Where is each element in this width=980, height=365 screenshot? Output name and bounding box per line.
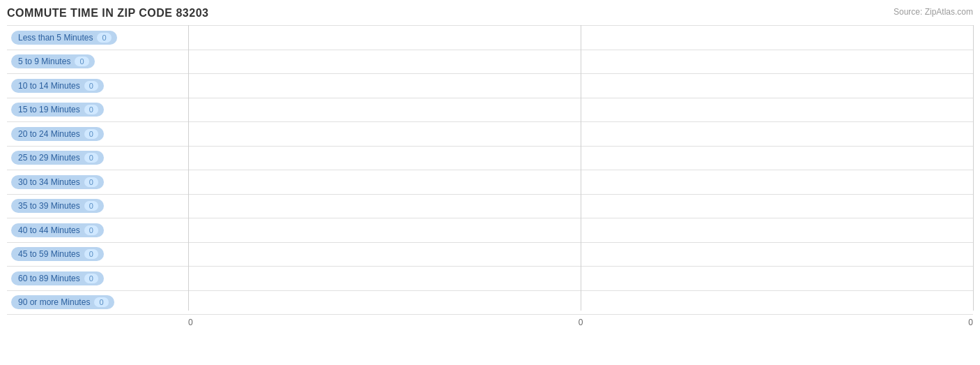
- bar-label-container: Less than 5 Minutes0: [7, 29, 188, 46]
- bar-label-text: 25 to 29 Minutes: [18, 153, 80, 163]
- bar-label-container: 35 to 39 Minutes0: [7, 198, 188, 214]
- bar-track: [188, 170, 973, 194]
- bar-track: [188, 147, 973, 170]
- bar-label-text: 40 to 44 Minutes: [18, 225, 80, 235]
- bar-label-container: 60 to 89 Minutes0: [7, 270, 188, 287]
- bar-track: [188, 243, 973, 267]
- bar-label-text: 5 to 9 Minutes: [18, 57, 70, 66]
- bar-label-pill: 40 to 44 Minutes0: [11, 223, 104, 237]
- bar-label-value: 0: [84, 105, 98, 114]
- bar-label-container: 30 to 34 Minutes0: [7, 174, 188, 191]
- grid-line: [973, 25, 974, 311]
- bar-label-value: 0: [97, 33, 111, 43]
- bar-track: [188, 26, 973, 50]
- bar-track: [188, 98, 973, 122]
- bar-label-container: 25 to 29 Minutes0: [7, 149, 188, 166]
- x-axis-label: 0: [188, 318, 450, 327]
- bar-label-text: 15 to 19 Minutes: [18, 105, 80, 114]
- bar-label-text: 10 to 14 Minutes: [18, 81, 80, 91]
- bar-row: 25 to 29 Minutes0: [7, 147, 973, 171]
- chart-title: COMMUTE TIME IN ZIP CODE 83203: [7, 7, 973, 20]
- bar-row: 90 or more Minutes0: [7, 291, 973, 315]
- bar-label-container: 20 to 24 Minutes0: [7, 126, 188, 142]
- bar-label-text: Less than 5 Minutes: [18, 33, 93, 43]
- bar-row: 30 to 34 Minutes0: [7, 170, 973, 195]
- bar-row: 35 to 39 Minutes0: [7, 195, 973, 219]
- bar-row: Less than 5 Minutes0: [7, 25, 973, 50]
- bar-label-value: 0: [84, 225, 98, 235]
- bar-label-text: 45 to 59 Minutes: [18, 249, 80, 259]
- bar-label-value: 0: [84, 177, 98, 187]
- bar-label-container: 90 or more Minutes0: [7, 294, 188, 311]
- bar-track: [188, 122, 973, 146]
- bar-track: [188, 267, 973, 290]
- x-axis-label: 0: [450, 318, 711, 327]
- bar-label-pill: 25 to 29 Minutes0: [11, 151, 104, 165]
- bar-label-pill: 30 to 34 Minutes0: [11, 175, 104, 189]
- bar-label-pill: 20 to 24 Minutes0: [11, 127, 104, 141]
- bar-label-container: 10 to 14 Minutes0: [7, 77, 188, 94]
- bar-row: 60 to 89 Minutes0: [7, 267, 973, 291]
- bar-row: 15 to 19 Minutes0: [7, 98, 973, 123]
- bar-label-text: 30 to 34 Minutes: [18, 177, 80, 187]
- bar-label-pill: 60 to 89 Minutes0: [11, 271, 104, 285]
- bar-label-value: 0: [84, 153, 98, 163]
- bar-label-pill: 10 to 14 Minutes0: [11, 79, 104, 93]
- bar-row: 10 to 14 Minutes0: [7, 74, 973, 98]
- bar-track: [188, 291, 973, 315]
- chart-area: Less than 5 Minutes05 to 9 Minutes010 to…: [7, 25, 973, 327]
- bar-label-text: 35 to 39 Minutes: [18, 201, 80, 211]
- bar-label-pill: Less than 5 Minutes0: [11, 31, 117, 45]
- bar-track: [188, 218, 973, 242]
- bar-label-pill: 15 to 19 Minutes0: [11, 103, 104, 117]
- bar-label-container: 45 to 59 Minutes0: [7, 246, 188, 262]
- bar-track: [188, 50, 973, 74]
- bar-label-container: 40 to 44 Minutes0: [7, 222, 188, 239]
- bar-label-text: 90 or more Minutes: [18, 297, 90, 307]
- bar-label-pill: 90 or more Minutes0: [11, 295, 114, 309]
- bar-label-text: 20 to 24 Minutes: [18, 129, 80, 139]
- bar-label-value: 0: [84, 201, 98, 211]
- x-axis-label: 0: [712, 318, 973, 327]
- bar-label-pill: 45 to 59 Minutes0: [11, 247, 104, 261]
- bar-label-container: 15 to 19 Minutes0: [7, 101, 188, 118]
- x-axis: 000: [188, 318, 973, 327]
- bar-track: [188, 74, 973, 98]
- source-label: Source: ZipAtlas.com: [894, 7, 973, 17]
- bar-label-value: 0: [84, 249, 98, 259]
- bar-label-text: 60 to 89 Minutes: [18, 274, 80, 283]
- bar-label-value: 0: [84, 81, 98, 91]
- bar-label-value: 0: [84, 274, 98, 283]
- bar-row: 45 to 59 Minutes0: [7, 243, 973, 267]
- bar-track: [188, 195, 973, 218]
- chart-container: COMMUTE TIME IN ZIP CODE 83203 Source: Z…: [0, 0, 980, 365]
- bar-label-pill: 35 to 39 Minutes0: [11, 199, 104, 213]
- bar-row: 5 to 9 Minutes0: [7, 50, 973, 75]
- bar-row: 20 to 24 Minutes0: [7, 122, 973, 147]
- bar-label-value: 0: [75, 57, 89, 66]
- bar-label-pill: 5 to 9 Minutes0: [11, 54, 95, 68]
- bar-label-value: 0: [94, 297, 108, 307]
- bar-row: 40 to 44 Minutes0: [7, 218, 973, 243]
- bar-label-value: 0: [84, 129, 98, 139]
- bar-label-container: 5 to 9 Minutes0: [7, 53, 188, 70]
